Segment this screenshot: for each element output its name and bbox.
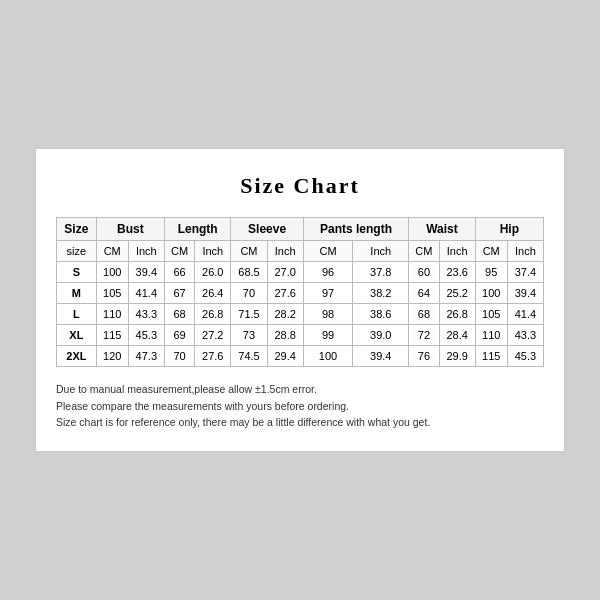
size-cell: M [57,282,97,303]
data-cell: 26.8 [195,303,231,324]
data-cell: 26.4 [195,282,231,303]
col-pants-length: Pants length [303,217,409,240]
table-row: L11043.36826.871.528.29838.66826.810541.… [57,303,544,324]
data-cell: 29.4 [267,345,303,366]
sub-headers: size CM Inch CM Inch CM Inch CM Inch CM … [57,240,544,261]
table-row: XL11545.36927.27328.89939.07228.411043.3 [57,324,544,345]
data-cell: 28.2 [267,303,303,324]
data-cell: 100 [303,345,352,366]
note-section: Due to manual measurement,please allow ±… [56,381,544,431]
size-cell: L [57,303,97,324]
data-cell: 27.0 [267,261,303,282]
size-table: Size Bust Length Sleeve Pants length Wai… [56,217,544,367]
data-cell: 64 [409,282,439,303]
data-cell: 66 [164,261,194,282]
data-cell: 100 [96,261,128,282]
data-cell: 115 [475,345,507,366]
sub-len-inch: Inch [195,240,231,261]
data-cell: 71.5 [231,303,267,324]
data-cell: 74.5 [231,345,267,366]
data-cell: 27.6 [195,345,231,366]
col-sleeve: Sleeve [231,217,303,240]
sub-bust-inch: Inch [128,240,164,261]
sub-pl-inch: Inch [353,240,409,261]
data-cell: 27.2 [195,324,231,345]
data-cell: 100 [475,282,507,303]
data-cell: 39.4 [507,282,543,303]
data-cell: 110 [475,324,507,345]
data-cell: 41.4 [507,303,543,324]
data-cell: 99 [303,324,352,345]
col-bust: Bust [96,217,164,240]
sub-h-inch: Inch [507,240,543,261]
data-cell: 105 [475,303,507,324]
note-line3: Size chart is for reference only, there … [56,414,544,431]
data-cell: 98 [303,303,352,324]
sub-w-cm: CM [409,240,439,261]
chart-title: Size Chart [56,173,544,199]
data-cell: 27.6 [267,282,303,303]
sub-h-cm: CM [475,240,507,261]
data-cell: 37.8 [353,261,409,282]
data-cell: 97 [303,282,352,303]
column-headers: Size Bust Length Sleeve Pants length Wai… [57,217,544,240]
data-cell: 39.4 [128,261,164,282]
col-waist: Waist [409,217,475,240]
data-cell: 96 [303,261,352,282]
col-length: Length [164,217,230,240]
sub-sl-cm: CM [231,240,267,261]
data-cell: 38.2 [353,282,409,303]
data-cell: 43.3 [128,303,164,324]
sub-w-inch: Inch [439,240,475,261]
data-cell: 47.3 [128,345,164,366]
table-row: 2XL12047.37027.674.529.410039.47629.9115… [57,345,544,366]
data-cell: 110 [96,303,128,324]
sub-size: size [57,240,97,261]
data-cell: 73 [231,324,267,345]
size-cell: S [57,261,97,282]
col-size: Size [57,217,97,240]
data-cell: 45.3 [507,345,543,366]
data-cell: 115 [96,324,128,345]
data-cell: 43.3 [507,324,543,345]
data-cell: 28.8 [267,324,303,345]
sub-pl-cm: CM [303,240,352,261]
data-cell: 60 [409,261,439,282]
data-cell: 68 [409,303,439,324]
table-row: M10541.46726.47027.69738.26425.210039.4 [57,282,544,303]
size-chart-card: Size Chart Size Bust Length Sleeve Pants… [35,148,565,452]
data-cell: 38.6 [353,303,409,324]
data-cell: 70 [231,282,267,303]
sub-bust-cm: CM [96,240,128,261]
sub-sl-inch: Inch [267,240,303,261]
data-cell: 76 [409,345,439,366]
data-cell: 39.4 [353,345,409,366]
data-cell: 105 [96,282,128,303]
data-cell: 37.4 [507,261,543,282]
data-cell: 26.0 [195,261,231,282]
size-cell: 2XL [57,345,97,366]
data-cell: 28.4 [439,324,475,345]
data-cell: 26.8 [439,303,475,324]
note-line2: Please compare the measurements with you… [56,398,544,415]
note-line1: Due to manual measurement,please allow ±… [56,381,544,398]
table-row: S10039.46626.068.527.09637.86023.69537.4 [57,261,544,282]
data-cell: 68 [164,303,194,324]
size-cell: XL [57,324,97,345]
data-cell: 45.3 [128,324,164,345]
data-cell: 68.5 [231,261,267,282]
data-cell: 69 [164,324,194,345]
data-cell: 67 [164,282,194,303]
data-cell: 39.0 [353,324,409,345]
table-body: S10039.46626.068.527.09637.86023.69537.4… [57,261,544,366]
col-hip: Hip [475,217,543,240]
data-cell: 23.6 [439,261,475,282]
data-cell: 95 [475,261,507,282]
sub-len-cm: CM [164,240,194,261]
data-cell: 70 [164,345,194,366]
data-cell: 29.9 [439,345,475,366]
data-cell: 120 [96,345,128,366]
data-cell: 25.2 [439,282,475,303]
data-cell: 72 [409,324,439,345]
data-cell: 41.4 [128,282,164,303]
